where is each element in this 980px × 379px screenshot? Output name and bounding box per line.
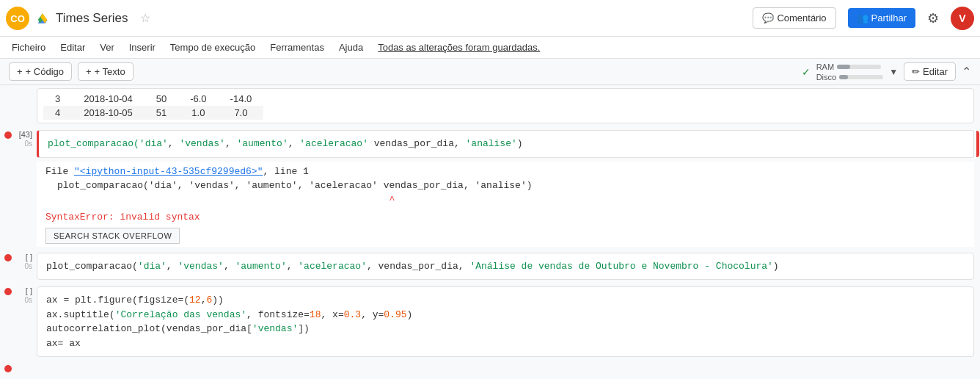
cell-43-output: File "<ipython-input-43-535cf9299ed6>", … xyxy=(37,162,974,247)
drive-icon xyxy=(35,11,50,26)
ram-label: RAM xyxy=(816,62,834,71)
menu-inserir[interactable]: Inserir xyxy=(123,39,161,56)
disk-label: Disco xyxy=(816,73,837,82)
output-caret: ^ xyxy=(57,193,965,208)
disk-row: Disco xyxy=(816,73,884,82)
table-row: 3 2018-10-04 50 -6.0 -14.0 xyxy=(43,92,263,106)
data-table: 3 2018-10-04 50 -6.0 -14.0 4 2018-10-05 … xyxy=(43,92,263,120)
menu-bar: Ficheiro Editar Ver Inserir Tempo de exe… xyxy=(0,37,980,59)
cell-empty1-left: [ ] 0s xyxy=(0,250,37,284)
svg-text:CO: CO xyxy=(10,13,25,24)
cell-43-label: [43] xyxy=(19,130,32,139)
edit-button[interactable]: ✏ Editar xyxy=(904,62,956,81)
chevron-down-icon[interactable]: ▼ xyxy=(889,67,898,77)
comment-label: Comentário xyxy=(777,12,826,24)
cell-empty1-label: [ ] xyxy=(26,253,32,261)
table-cell-date: 2018-10-05 xyxy=(72,106,145,120)
error-dot-2 xyxy=(4,254,12,261)
disk-progress xyxy=(839,75,883,79)
cell-empty2-left: [ ] 0s xyxy=(0,284,37,360)
cell-43-code: plot_comparacao('dia', 'vendas', 'aument… xyxy=(48,137,965,151)
saved-message: Todas as alterações foram guardadas. xyxy=(378,42,540,53)
checkmark-icon: ✓ xyxy=(802,66,811,78)
top-bar-right: 💬 Comentário 👥 Partilhar ⚙ V xyxy=(753,7,974,30)
toolbar-right: ✓ RAM Disco ▼ ✏ Editar ⌃ xyxy=(802,62,971,82)
code-line-2: ax.suptitle('Correlação das vendas', fon… xyxy=(46,308,965,322)
top-bar: CO Times Series ☆ 💬 Comentário 👥 Partilh… xyxy=(0,0,980,37)
table-cell-col2: -6.0 xyxy=(178,92,218,106)
settings-icon[interactable]: ⚙ xyxy=(927,10,939,26)
ram-row: RAM xyxy=(816,62,884,71)
output-file-line: File "<ipython-input-43-535cf9299ed6>", … xyxy=(45,165,965,179)
output-error-type: SyntaxError: invalid syntax xyxy=(45,210,965,225)
cell-43-time: 0s xyxy=(24,140,32,148)
toolbar: + + Código + + Texto ✓ RAM Disco ▼ ✏ Ed xyxy=(0,59,980,85)
cell-empty2-label: [ ] xyxy=(26,286,32,295)
add-text-button[interactable]: + + Texto xyxy=(78,62,134,81)
share-button[interactable]: 👥 Partilhar xyxy=(848,8,915,28)
share-icon: 👥 xyxy=(857,12,869,24)
error-dot-3 xyxy=(4,288,12,295)
table-cell-col2: 1.0 xyxy=(178,106,218,120)
output-code-echo: plot_comparacao('dia', 'vendas', 'aument… xyxy=(57,178,965,193)
comment-button[interactable]: 💬 Comentário xyxy=(753,7,835,29)
cell-empty1-body[interactable]: plot_comparacao('dia', 'vendas', 'aument… xyxy=(37,253,974,281)
add-code-button[interactable]: + + Código xyxy=(9,62,72,81)
add-code-label: + Código xyxy=(26,66,64,77)
cell-empty1-time: 0s xyxy=(24,262,32,270)
edit-label: Editar xyxy=(923,66,948,77)
cell-43-left: [43] 0s xyxy=(0,127,37,161)
notebook-content: 3 2018-10-04 50 -6.0 -14.0 4 2018-10-05 … xyxy=(0,85,980,379)
menu-ferramentas[interactable]: Ferramentas xyxy=(264,39,330,56)
cell-empty1: [ ] 0s plot_comparacao('dia', 'vendas', … xyxy=(0,250,980,284)
comment-icon: 💬 xyxy=(762,12,774,24)
table-cell-col3: -14.0 xyxy=(219,92,264,106)
share-label: Partilhar xyxy=(871,12,907,24)
star-icon[interactable]: ☆ xyxy=(140,11,150,25)
red-bar xyxy=(976,131,979,157)
ram-disk-container: RAM Disco xyxy=(816,62,884,82)
table-cell-date: 2018-10-04 xyxy=(72,92,145,106)
cell-bottom xyxy=(0,361,980,375)
colab-logo: CO xyxy=(6,7,29,30)
pencil-icon: ✏ xyxy=(912,66,920,77)
table-cell-col1: 50 xyxy=(145,92,178,106)
collapse-icon[interactable]: ⌃ xyxy=(962,65,971,79)
ipython-link[interactable]: "<ipython-input-43-535cf9299ed6>" xyxy=(74,166,263,177)
disk-progress-fill xyxy=(839,75,848,79)
table-cell-left xyxy=(0,85,37,126)
table-cell-col1: 51 xyxy=(145,106,178,120)
ram-progress-fill xyxy=(837,65,850,69)
cell-43-body[interactable]: plot_comparacao('dia', 'vendas', 'aument… xyxy=(37,130,974,158)
table-cell: 3 2018-10-04 50 -6.0 -14.0 4 2018-10-05 … xyxy=(0,85,980,127)
error-dot-4 xyxy=(4,365,12,372)
menu-ver[interactable]: Ver xyxy=(94,39,120,56)
code-line-4: ax= ax xyxy=(46,336,965,351)
table-cell-col3: 7.0 xyxy=(219,106,264,120)
cell-empty2-body[interactable]: ax = plt.figure(figsize=(12,6)) ax.supti… xyxy=(37,286,974,357)
menu-ficheiro[interactable]: Ficheiro xyxy=(6,39,51,56)
cell-43: [43] 0s plot_comparacao('dia', 'vendas',… xyxy=(0,127,980,162)
menu-tempo[interactable]: Tempo de execução xyxy=(164,39,261,56)
menu-editar[interactable]: Editar xyxy=(54,39,91,56)
error-dot xyxy=(4,131,12,139)
plus-icon: + xyxy=(17,66,23,77)
logo-area: CO Times Series ☆ xyxy=(6,7,150,30)
search-stackoverflow-button[interactable]: SEARCH STACK OVERFLOW xyxy=(45,228,180,244)
table-cell-idx: 4 xyxy=(43,106,72,120)
code-line-3: autocorrelation_plot(vendas_por_dia['ven… xyxy=(46,322,965,336)
table-row: 4 2018-10-05 51 1.0 7.0 xyxy=(43,106,263,120)
add-text-label: + Texto xyxy=(95,66,125,77)
plus-text-icon: + xyxy=(86,66,92,77)
cell-empty2: [ ] 0s ax = plt.figure(figsize=(12,6)) a… xyxy=(0,284,980,361)
code-line-1: ax = plt.figure(figsize=(12,6)) xyxy=(46,293,965,308)
user-avatar[interactable]: V xyxy=(951,7,974,30)
cell-bottom-spacer xyxy=(37,361,980,375)
menu-ajuda[interactable]: Ajuda xyxy=(333,39,369,56)
table-cell-idx: 3 xyxy=(43,92,72,106)
table-cell-body: 3 2018-10-04 50 -6.0 -14.0 4 2018-10-05 … xyxy=(37,88,974,123)
cell-empty1-code: plot_comparacao('dia', 'vendas', 'aument… xyxy=(46,259,965,274)
ram-progress xyxy=(837,65,881,69)
cell-bottom-left xyxy=(0,361,37,375)
notebook-title: Times Series xyxy=(56,11,128,26)
